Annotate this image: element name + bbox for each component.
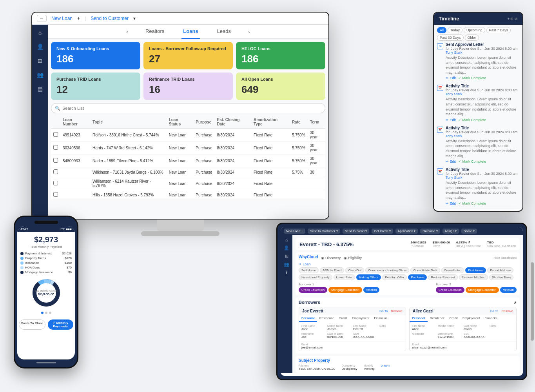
table-row[interactable]: Hills - 1358 Hazel Groves - 5.793% New L…	[51, 190, 325, 200]
search-input[interactable]	[51, 103, 325, 113]
tag-found-a-home[interactable]: Found A Home	[487, 267, 513, 273]
tag-consolidate-debt[interactable]: Consolidate Debt	[410, 267, 440, 273]
sidebar-home-icon[interactable]: ⌂	[35, 28, 45, 37]
tablet-topbar-btn-send-to-blend-[interactable]: Send to Blend ▾	[343, 229, 369, 234]
entry-edit-link[interactable]: ✏ Edit	[446, 201, 456, 205]
send-to-customer-button[interactable]: Send to Customer	[91, 16, 129, 21]
table-row[interactable]: 54800933 Nader - 1899 Eileen Pine - 5.41…	[51, 154, 325, 167]
tab-realtors[interactable]: Realtors	[144, 25, 166, 39]
timeline-filter-all[interactable]: All	[437, 27, 446, 33]
tablet-topbar-btn-outcome-[interactable]: Outcome ▾	[420, 229, 440, 234]
card-all-open[interactable]: All Open Loans 649	[236, 73, 325, 100]
tag-community---looking-glass[interactable]: Community - Looking Glass	[365, 267, 409, 273]
phone-dot-2[interactable]	[45, 312, 47, 314]
timeline-filter-past-30-days[interactable]: Past 30 Days	[437, 34, 464, 41]
costs-to-close-button[interactable]: Costs To Close	[19, 319, 45, 330]
card-heloc[interactable]: HELOC Loans 186	[236, 42, 325, 69]
table-row[interactable]: 49914923 Rolfson - 38016 Hirthe Crest - …	[51, 129, 325, 142]
phone-home-bar[interactable]	[36, 362, 56, 363]
b2-tab-residence[interactable]: Residence	[428, 315, 447, 322]
eligibility-radio[interactable]: ◉ Eligibility	[344, 256, 362, 260]
tablet-main[interactable]: Everett - TBD - 6.375% 240401829 Purchas…	[292, 235, 523, 373]
tag-purchase[interactable]: Purchase	[408, 274, 427, 280]
row-checkbox[interactable]	[53, 145, 58, 150]
sidebar-grid-icon[interactable]: ⊞	[35, 56, 45, 65]
tablet-topbar-btn-share-[interactable]: Share ▾	[461, 229, 477, 234]
tag-shorten-term[interactable]: Shorten Term	[489, 274, 513, 280]
entry-complete-link[interactable]: ✓ Mark Complete	[458, 160, 486, 163]
monthly-payments-button[interactable]: ✓ Monthly Payments	[48, 319, 74, 330]
entry-edit-link[interactable]: ✏ Edit	[446, 76, 456, 80]
entry-edit-link[interactable]: ✏ Edit	[446, 118, 456, 122]
tablet-topbar-btn-get-credit-[interactable]: Get Credit ▾	[372, 229, 393, 234]
card-new-onboarding[interactable]: New & Onboarding Loans 186	[51, 42, 140, 69]
tag-pending-offer[interactable]: Pending Offer	[382, 274, 407, 280]
tag-investment-property[interactable]: Investment Property	[299, 274, 332, 280]
tab-loans[interactable]: Loans	[181, 25, 199, 39]
tag-2nd-home[interactable]: 2nd Home	[299, 267, 319, 273]
entry-edit-link[interactable]: ✏ Edit	[446, 160, 456, 163]
b2-tab-employment[interactable]: Employment	[460, 315, 482, 322]
borrower1-goto[interactable]: Go To	[379, 309, 388, 313]
row-checkbox[interactable]	[53, 132, 58, 137]
b1-tag-veteran[interactable]: Veteran	[363, 287, 380, 293]
table-row[interactable]: Wilkinson - 71031 Jayda Burgs - 6.108% N…	[51, 167, 325, 177]
timeline-filter-today[interactable]: Today	[448, 27, 462, 33]
borrowers-collapse-icon[interactable]: ∧	[514, 300, 517, 305]
phone-dot-1[interactable]	[41, 312, 44, 314]
entry-complete-link[interactable]: ✓ Mark Complete	[458, 201, 486, 205]
b2-tag-credit-education[interactable]: Credit Education	[436, 287, 464, 293]
sp-view-field[interactable]: View >	[381, 364, 390, 370]
phone-dot-3[interactable]	[49, 312, 51, 314]
card-refinance-trid[interactable]: Refinance TRID Loans 16	[143, 73, 233, 100]
tablet-topbar-btn-assign-[interactable]: Assign ▾	[443, 229, 459, 234]
tag-remove-mtg-ins.[interactable]: Remove Mtg Ins.	[459, 274, 488, 280]
borrower1-remove[interactable]: Remove	[391, 309, 403, 313]
card-borrower-followup[interactable]: Loans - Borrower Follow-up Required 27	[143, 42, 233, 69]
nav-next-icon[interactable]: ›	[248, 29, 250, 35]
entry-complete-link[interactable]: ✓ Mark Complete	[458, 118, 486, 122]
tablet-sidebar-profile[interactable]: 👤	[284, 245, 289, 250]
b1-tab-personal[interactable]: Personal	[299, 315, 317, 322]
tablet-sidebar-grid[interactable]: ⊞	[285, 254, 288, 259]
tablet-topbar-btn-new-loan-[interactable]: New Loan +	[284, 229, 305, 234]
b2-tag-mortgage-education[interactable]: Mortgage Education	[466, 287, 499, 293]
row-checkbox[interactable]	[53, 169, 58, 174]
sidebar-card-icon[interactable]: ▤	[35, 84, 45, 94]
tablet-topbar-btn-application-[interactable]: Application ▾	[395, 229, 418, 234]
sidebar-profile-icon[interactable]: 👤	[35, 42, 45, 51]
tablet-sidebar-people[interactable]: 👥	[284, 262, 289, 267]
tag-making-offers[interactable]: Making Offers	[356, 274, 381, 280]
tag-consultation[interactable]: Consultation	[441, 267, 464, 273]
entry-complete-link[interactable]: ✓ Mark Complete	[458, 76, 486, 80]
b2-tab-credit[interactable]: Credit	[447, 315, 460, 322]
row-checkbox[interactable]	[53, 192, 58, 197]
tag-reduce-payment[interactable]: Reduce Payment	[428, 274, 457, 280]
b1-tab-credit[interactable]: Credit	[337, 315, 350, 322]
tag-arm-to-fixed[interactable]: ARM to Fixed	[320, 267, 344, 273]
tag-first-home[interactable]: First Home	[465, 267, 486, 273]
row-checkbox[interactable]	[53, 181, 58, 185]
tablet-sidebar-info[interactable]: ℹ	[286, 270, 287, 275]
b1-tag-credit-education[interactable]: Credit Education	[299, 287, 327, 293]
b1-tab-residence[interactable]: Residence	[317, 315, 337, 322]
back-button[interactable]: ←	[37, 15, 47, 22]
timeline-filter-upcoming[interactable]: Upcoming	[464, 27, 485, 33]
hide-unselected-btn[interactable]: Hide Unselected	[493, 256, 517, 260]
b2-tag-veteran[interactable]: Veteran	[500, 287, 517, 293]
b1-tab-employment[interactable]: Employment	[350, 315, 372, 322]
tablet-sidebar-home[interactable]: ⌂	[285, 238, 288, 242]
card-purchase-trid[interactable]: Purchase TRID Loans 12	[51, 73, 140, 100]
tag-cash/out[interactable]: Cash/Out	[345, 267, 364, 273]
table-row[interactable]: 30340536 Harris - 747 W 3rd Street - 6.1…	[51, 142, 325, 154]
row-checkbox[interactable]	[53, 158, 58, 163]
b2-tab-financial[interactable]: Financial	[482, 315, 499, 322]
tab-leads[interactable]: Leads	[216, 25, 232, 39]
timeline-filter-past-7-days[interactable]: Past 7 Days	[486, 27, 511, 33]
sidebar-people-icon[interactable]: 👥	[35, 70, 45, 80]
discovery-radio[interactable]: ◉ Discovery	[321, 256, 341, 260]
borrower2-remove[interactable]: Remove	[501, 309, 513, 313]
borrower2-goto[interactable]: Go To	[490, 309, 498, 313]
b1-tag-mortgage-education[interactable]: Mortgage Education	[328, 287, 362, 293]
b1-tab-financial[interactable]: Financial	[372, 315, 389, 322]
